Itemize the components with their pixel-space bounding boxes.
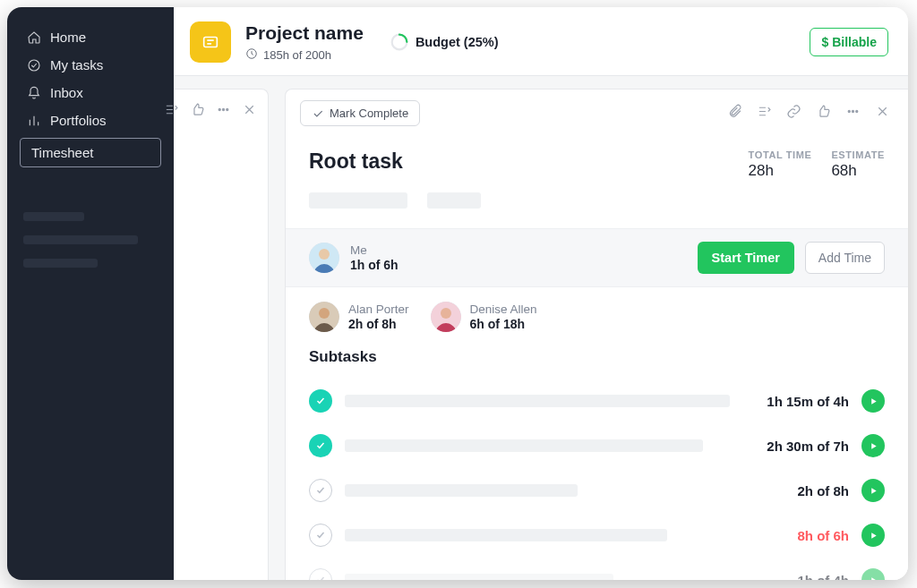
sidebar-item-portfolios[interactable]: Portfolios xyxy=(20,107,161,134)
sidebar-item-label: My tasks xyxy=(50,57,103,72)
svg-point-10 xyxy=(856,110,858,112)
bar-chart-icon xyxy=(27,114,41,128)
subtasks-heading: Subtasks xyxy=(309,348,885,366)
svg-point-12 xyxy=(319,249,330,260)
estimate-label: ESTIMATE xyxy=(831,149,885,160)
more-icon[interactable] xyxy=(845,104,861,123)
user-name: Me xyxy=(350,243,399,257)
subtask-checkbox[interactable] xyxy=(309,389,332,413)
sidebar-placeholder-block xyxy=(20,212,161,268)
total-time-label: TOTAL TIME xyxy=(749,149,812,160)
assignees-row: Alan Porter 2h of 8h Denise Allen 6h of … xyxy=(309,287,885,339)
add-time-button[interactable]: Add Time xyxy=(805,242,885,274)
thumbs-up-icon[interactable] xyxy=(190,102,205,121)
subtasks-section: Subtasks 1h 15m of 4h 2h 30m of 7h xyxy=(309,348,885,580)
svg-point-6 xyxy=(222,108,224,110)
mark-complete-label: Mark Complete xyxy=(330,107,408,120)
current-user-info: Me 1h of 6h xyxy=(350,243,399,272)
subtask-time: 2h of 8h xyxy=(797,483,849,499)
dollar-icon: $ xyxy=(821,35,828,49)
total-time-value: 28h xyxy=(749,162,812,180)
current-user-time-bar: Me 1h of 6h Start Timer Add Time xyxy=(286,228,908,287)
adjacent-panel xyxy=(174,89,269,580)
project-icon xyxy=(190,21,231,63)
subtask-time: 1h 15m of 4h xyxy=(767,394,849,409)
subtask-checkbox[interactable] xyxy=(309,524,332,547)
svg-point-0 xyxy=(29,60,39,71)
start-timer-button[interactable]: Start Timer xyxy=(698,242,794,274)
attachment-icon[interactable] xyxy=(727,104,742,123)
play-button[interactable] xyxy=(861,434,885,457)
task-panel: Mark Complete Root task xyxy=(285,89,908,580)
assignee: Alan Porter 2h of 8h xyxy=(309,302,409,332)
sidebar-item-my-tasks[interactable]: My tasks xyxy=(20,51,161,79)
bell-icon xyxy=(27,86,41,100)
more-icon[interactable] xyxy=(216,102,231,121)
home-icon xyxy=(27,30,41,45)
assignee-time: 2h of 8h xyxy=(348,317,409,331)
sidebar-item-home[interactable]: Home xyxy=(20,23,161,51)
sidebar-item-label: Inbox xyxy=(50,85,83,100)
svg-point-5 xyxy=(219,108,220,110)
svg-point-7 xyxy=(227,108,228,110)
subtask-icon[interactable] xyxy=(164,102,179,121)
subtask-row: 1h 15m of 4h xyxy=(309,379,885,423)
subtask-title-placeholder xyxy=(345,395,730,407)
link-icon[interactable] xyxy=(786,104,801,123)
project-hours: 185h of 200h xyxy=(263,48,331,62)
subtask-checkbox[interactable] xyxy=(309,568,332,580)
assignee-time: 6h of 18h xyxy=(470,317,537,331)
sidebar-item-label: Portfolios xyxy=(50,113,107,128)
avatar xyxy=(309,302,339,332)
svg-point-14 xyxy=(319,308,330,319)
donut-icon xyxy=(390,33,408,51)
budget-indicator: Budget (25%) xyxy=(390,33,499,51)
subtask-checkbox[interactable] xyxy=(309,434,332,457)
play-button[interactable] xyxy=(861,568,885,580)
task-meta-placeholder xyxy=(309,192,885,209)
assignee: Denise Allen 6h of 18h xyxy=(431,302,537,332)
subtask-title-placeholder xyxy=(345,484,578,497)
subtask-time: 8h of 6h xyxy=(797,528,849,543)
main: Project name 185h of 200h Budget (25%) $ xyxy=(174,7,908,580)
billable-label: Billable xyxy=(832,35,877,49)
svg-point-9 xyxy=(852,110,853,112)
assignee-name: Alan Porter xyxy=(348,303,409,316)
app-shell: Home My tasks Inbox Portfolios xyxy=(7,7,908,580)
subtask-time: 1h of 4h xyxy=(797,573,849,581)
subtask-row: 2h of 8h xyxy=(309,468,885,513)
clock-icon xyxy=(245,47,258,63)
project-title: Project name xyxy=(245,22,364,44)
mark-complete-button[interactable]: Mark Complete xyxy=(300,100,420,126)
play-button[interactable] xyxy=(861,524,885,547)
close-icon[interactable] xyxy=(875,104,890,123)
task-toolbar xyxy=(727,104,890,123)
sidebar-item-label: Home xyxy=(50,30,86,45)
subtask-time: 2h 30m of 7h xyxy=(767,439,849,454)
subtask-title-placeholder xyxy=(345,529,667,541)
sidebar-item-timesheet[interactable]: Timesheet xyxy=(20,138,161,167)
user-time: 1h of 6h xyxy=(350,258,399,272)
subtask-checkbox[interactable] xyxy=(309,479,332,502)
check-circle-icon xyxy=(27,58,41,72)
svg-rect-1 xyxy=(204,38,218,47)
project-meta: Project name 185h of 200h xyxy=(245,22,364,63)
play-button[interactable] xyxy=(861,389,885,413)
subtask-title-placeholder xyxy=(345,439,703,452)
task-title: Root task xyxy=(309,149,729,174)
project-header: Project name 185h of 200h Budget (25%) $ xyxy=(174,7,908,76)
total-time-stat: TOTAL TIME 28h xyxy=(749,149,812,180)
subtask-row: 1h of 4h xyxy=(309,558,885,580)
close-icon[interactable] xyxy=(242,102,257,121)
subtask-row: 2h 30m of 7h xyxy=(309,423,885,468)
thumbs-up-icon[interactable] xyxy=(816,104,831,123)
subtask-row: 8h of 6h xyxy=(309,513,885,558)
sidebar: Home My tasks Inbox Portfolios xyxy=(7,7,174,580)
billable-button[interactable]: $ Billable xyxy=(810,28,888,56)
budget-label: Budget (25%) xyxy=(416,35,499,49)
estimate-stat: ESTIMATE 68h xyxy=(831,149,885,180)
play-button[interactable] xyxy=(861,479,885,502)
sidebar-item-inbox[interactable]: Inbox xyxy=(20,79,161,107)
subtask-title-placeholder xyxy=(345,574,613,580)
subtask-icon[interactable] xyxy=(757,104,772,123)
